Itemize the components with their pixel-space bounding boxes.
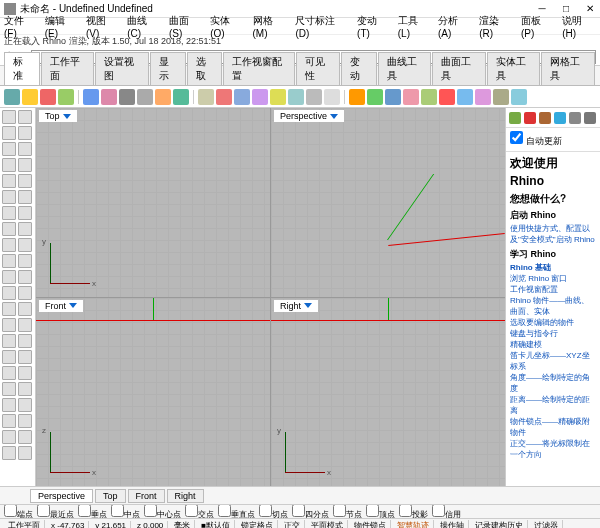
tool-button[interactable] [18,270,32,284]
toolbar-button[interactable] [439,89,455,105]
toolbar-button[interactable] [270,89,286,105]
menu-item[interactable]: 尺寸标注(D) [295,14,349,39]
osnap-item[interactable]: 顶点 [366,504,395,518]
tool-button[interactable] [2,158,16,172]
tool-button[interactable] [18,334,32,348]
tool-button[interactable] [2,350,16,364]
tab[interactable]: 设置视图 [95,52,149,85]
viewport-perspective[interactable]: Perspective [271,108,505,297]
osnap-item[interactable]: 四分点 [292,504,329,518]
osnap-item[interactable]: 中心点 [144,504,181,518]
help-link[interactable]: 使用快捷方式、配置以及"安全模式"启动 Rhino [510,223,596,245]
auto-update-checkbox[interactable]: 自动更新 [510,136,562,146]
osnap-item[interactable]: 节点 [333,504,362,518]
help-link[interactable]: 精确建模 [510,339,596,350]
toolbar-button[interactable] [137,89,153,105]
tool-button[interactable] [18,126,32,140]
menu-item[interactable]: 网格(M) [253,14,288,39]
menu-item[interactable]: 渲染(R) [479,14,513,39]
help-link[interactable]: 物件锁点——精确吸附物件 [510,416,596,438]
status-toggle[interactable]: 正交 [280,520,305,528]
tool-button[interactable] [18,142,32,156]
tool-button[interactable] [18,254,32,268]
toolbar-button[interactable] [234,89,250,105]
tool-button[interactable] [18,110,32,124]
toolbar-button[interactable] [83,89,99,105]
tool-button[interactable] [2,270,16,284]
tab[interactable]: 曲面工具 [432,52,486,85]
tab[interactable]: 可见性 [296,52,341,85]
toolbar-button[interactable] [58,89,74,105]
toolbar-button[interactable] [101,89,117,105]
menu-item[interactable]: 分析(A) [438,14,471,39]
tab[interactable]: 网格工具 [541,52,595,85]
toolbar-button[interactable] [475,89,491,105]
osnap-item[interactable]: 垂直点 [218,504,255,518]
tool-button[interactable] [18,222,32,236]
tab[interactable]: 曲线工具 [378,52,432,85]
toolbar-button[interactable] [119,89,135,105]
viewport-label-front[interactable]: Front [39,300,83,312]
tool-button[interactable] [2,174,16,188]
tab[interactable]: 标准 [4,52,40,85]
panel-tab-icon[interactable] [554,112,566,124]
tool-button[interactable] [2,318,16,332]
menu-item[interactable]: 变动(T) [357,14,390,39]
tab[interactable]: 实体工具 [487,52,541,85]
tool-button[interactable] [18,430,32,444]
tab[interactable]: 工作平面 [41,52,95,85]
tool-button[interactable] [2,126,16,140]
osnap-item[interactable]: 垂点 [78,504,107,518]
viewport-front[interactable]: Front x z [36,298,270,487]
toolbar-button[interactable] [173,89,189,105]
viewport-tab[interactable]: Top [95,489,126,503]
toolbar-button[interactable] [421,89,437,105]
status-toggle[interactable]: 过滤器 [530,520,563,528]
menu-item[interactable]: 说明(H) [562,14,596,39]
panel-tab-icon[interactable] [584,112,596,124]
viewport-tab[interactable]: Perspective [30,489,93,503]
menu-item[interactable]: 面板(P) [521,14,554,39]
viewport-label-top[interactable]: Top [39,110,77,122]
tool-button[interactable] [2,398,16,412]
help-link[interactable]: 距离——绘制特定的距离 [510,394,596,416]
toolbar-button[interactable] [403,89,419,105]
viewport-right[interactable]: Right x y [271,298,505,487]
osnap-item[interactable]: 端点 [4,504,33,518]
viewport-label-perspective[interactable]: Perspective [274,110,344,122]
osnap-item[interactable]: 中点 [111,504,140,518]
tool-button[interactable] [18,238,32,252]
toolbar-button[interactable] [493,89,509,105]
osnap-item[interactable]: 投影 [399,504,428,518]
osnap-item[interactable]: 切点 [259,504,288,518]
osnap-item[interactable]: 交点 [185,504,214,518]
status-toggle[interactable]: 操作轴 [436,520,469,528]
tool-button[interactable] [2,382,16,396]
toolbar-button[interactable] [511,89,527,105]
toolbar-button[interactable] [155,89,171,105]
toolbar-button[interactable] [216,89,232,105]
learn-header-link[interactable]: Rhino 基础 [510,262,596,273]
help-link[interactable]: 选取要编辑的物件 [510,317,596,328]
tool-button[interactable] [18,190,32,204]
help-link[interactable]: Rhino 物件——曲线、曲面、实体 [510,295,596,317]
viewport-label-right[interactable]: Right [274,300,318,312]
tool-button[interactable] [18,318,32,332]
help-link[interactable]: 角度——绘制特定的角度 [510,372,596,394]
toolbar-button[interactable] [367,89,383,105]
tab[interactable]: 选取 [187,52,223,85]
osnap-item[interactable]: 最近点 [37,504,74,518]
toolbar-button[interactable] [198,89,214,105]
tool-button[interactable] [2,190,16,204]
tool-button[interactable] [18,382,32,396]
tool-button[interactable] [18,398,32,412]
tab[interactable]: 工作视窗配置 [223,52,294,85]
toolbar-button[interactable] [349,89,365,105]
tool-button[interactable] [2,222,16,236]
viewport-tab[interactable]: Front [128,489,165,503]
tool-button[interactable] [18,446,32,460]
tool-button[interactable] [18,206,32,220]
toolbar-button[interactable] [22,89,38,105]
menu-item[interactable]: 工具(L) [398,14,430,39]
panel-tab-icon[interactable] [539,112,551,124]
